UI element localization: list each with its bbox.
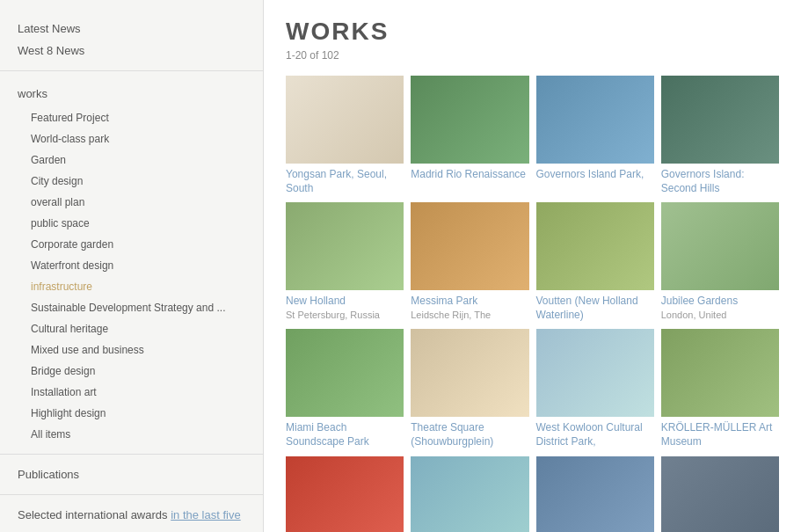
page-title: WORKS <box>286 18 779 46</box>
project-item-new-holland[interactable]: New HollandSt Petersburg, Russia <box>286 202 404 322</box>
sidebar-item-waterfront-design[interactable]: Waterfront design <box>0 255 263 276</box>
sidebar-item-infrastructure[interactable]: infrastructure <box>0 276 263 297</box>
sidebar-divider-1 <box>0 70 263 71</box>
sidebar-item-installation-art[interactable]: Installation art <box>0 382 263 403</box>
project-item-theatre[interactable]: Theatre Square (Shouwburgplein) <box>411 329 528 448</box>
projects-grid: Yongsan Park, Seoul, SouthMadrid Rio Ren… <box>286 76 779 532</box>
sidebar-divider-3 <box>0 494 263 495</box>
project-location-jubilee: London, United <box>661 309 779 321</box>
project-thumb-markeroog <box>661 456 779 532</box>
project-item-governors-island[interactable]: Governors Island Park, <box>536 76 654 195</box>
sidebar-item-featured-project[interactable]: Featured Project <box>0 107 263 128</box>
project-name-new-holland: New Holland <box>286 295 404 309</box>
sidebar: Latest News West 8 News works Featured P… <box>0 0 264 532</box>
sidebar-item-mixed-business[interactable]: Mixed use and business <box>0 339 263 361</box>
awards-link[interactable]: in the last five <box>171 508 241 521</box>
project-name-jubilee: Jubilee Gardens <box>661 295 779 309</box>
project-name-governors-second: Governors Island: Second Hills <box>661 168 779 195</box>
sidebar-works-title: works <box>0 80 263 107</box>
project-item-markeroog[interactable]: Markeroog <box>661 456 779 532</box>
project-thumb-jubilee <box>661 202 779 290</box>
sidebar-years-text: years <box>0 526 263 532</box>
project-item-governors-second[interactable]: Governors Island: Second Hills <box>661 76 779 195</box>
sidebar-item-cultural-heritage[interactable]: Cultural heritage <box>0 318 263 339</box>
project-thumb-messima <box>411 202 528 290</box>
project-name-governors-island: Governors Island Park, <box>536 168 654 182</box>
project-item-voutten[interactable]: Voutten (New Holland Waterline) <box>536 202 654 322</box>
sidebar-item-bridge-design[interactable]: Bridge design <box>0 361 263 382</box>
project-item-messima[interactable]: Messima ParkLeidsche Rijn, The <box>411 202 528 322</box>
sidebar-item-overall-plan[interactable]: overall plan <box>0 192 263 213</box>
sidebar-item-sustainable-development[interactable]: Sustainable Development Strategy and ... <box>0 297 263 318</box>
project-item-madrid-rio[interactable]: Madrid Rio Renaissance <box>411 76 528 195</box>
works-count: 1-20 of 102 <box>286 49 779 62</box>
project-thumb-kowloon <box>536 329 654 417</box>
project-thumb-governors-second <box>661 76 779 164</box>
project-name-theatre: Theatre Square (Shouwburgplein) <box>411 421 528 448</box>
project-item-borneo[interactable]: Borneo-SporenburgAmsterdam, The <box>286 456 404 532</box>
project-thumb-governors-island <box>536 76 654 164</box>
project-item-toronto[interactable]: Toronto Central Waterfront <box>411 456 528 532</box>
project-item-jubilee[interactable]: Jubilee GardensLondon, United <box>661 202 779 322</box>
project-item-miami[interactable]: Miami Beach Soundscape Park <box>286 329 404 448</box>
project-thumb-borneo <box>286 456 404 532</box>
sidebar-item-world-class-park[interactable]: World-class park <box>0 128 263 149</box>
project-thumb-madrid-rio <box>411 76 528 164</box>
sidebar-awards-text: Selected international awards in the las… <box>0 504 263 526</box>
project-thumb-miami <box>286 329 404 417</box>
project-name-voutten: Voutten (New Holland Waterline) <box>536 295 654 322</box>
project-thumb-kroller <box>661 329 779 417</box>
project-item-kroller[interactable]: KRÖLLER-MÜLLER Art Museum <box>661 329 779 448</box>
project-thumb-toronto <box>411 456 528 532</box>
sidebar-item-public-space[interactable]: public space <box>0 213 263 234</box>
project-name-kroller: KRÖLLER-MÜLLER Art Museum <box>661 421 779 448</box>
sidebar-item-all-items[interactable]: All items <box>0 424 263 445</box>
project-name-madrid-rio: Madrid Rio Renaissance <box>411 168 528 182</box>
works-nav: Featured ProjectWorld-class parkGardenCi… <box>0 107 263 424</box>
project-thumb-theatre <box>411 329 528 417</box>
project-name-miami: Miami Beach Soundscape Park <box>286 421 404 448</box>
sidebar-item-city-design[interactable]: City design <box>0 171 263 192</box>
project-name-messima: Messima Park <box>411 295 528 309</box>
project-location-messima: Leidsche Rijn, The <box>411 309 528 321</box>
sidebar-item-corporate-garden[interactable]: Corporate garden <box>0 234 263 255</box>
project-item-kowloon[interactable]: West Kowloon Cultural District Park, <box>536 329 654 448</box>
sidebar-divider-2 <box>0 454 263 455</box>
sidebar-item-garden[interactable]: Garden <box>0 149 263 171</box>
sidebar-item-highlight-design[interactable]: Highlight design <box>0 403 263 424</box>
project-item-rotterdam[interactable]: Rotterdam Central Station <box>536 456 654 532</box>
project-thumb-yongsan <box>286 76 404 164</box>
sidebar-item-publications[interactable]: Publications <box>0 463 263 485</box>
project-item-yongsan[interactable]: Yongsan Park, Seoul, South <box>286 76 404 195</box>
main-content: WORKS 1-20 of 102 Yongsan Park, Seoul, S… <box>264 0 801 532</box>
project-thumb-rotterdam <box>536 456 654 532</box>
sidebar-item-west8-news[interactable]: West 8 News <box>0 40 263 62</box>
project-thumb-voutten <box>536 202 654 290</box>
project-name-yongsan: Yongsan Park, Seoul, South <box>286 168 404 195</box>
project-name-kowloon: West Kowloon Cultural District Park, <box>536 421 654 448</box>
awards-label: Selected international awards <box>18 508 168 521</box>
project-thumb-new-holland <box>286 202 404 290</box>
sidebar-item-latest-news[interactable]: Latest News <box>0 18 263 40</box>
project-location-new-holland: St Petersburg, Russia <box>286 309 404 321</box>
